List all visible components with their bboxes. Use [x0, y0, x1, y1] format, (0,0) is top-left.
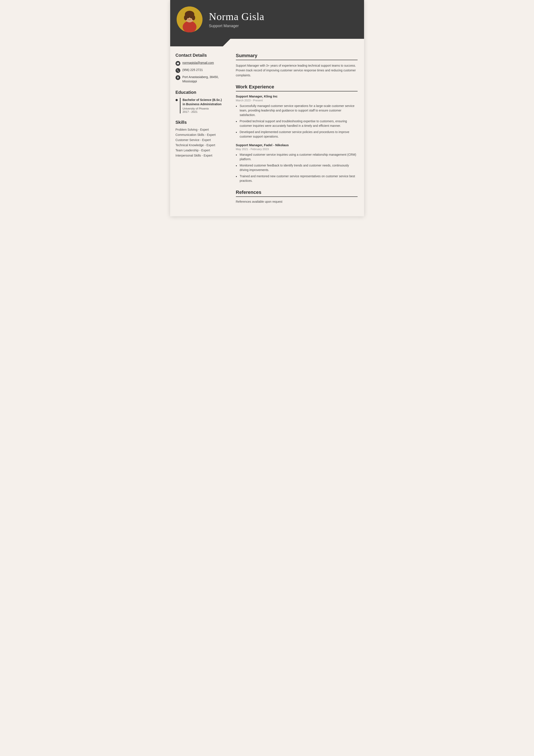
contact-address-item: Port Anastasiaberg, 38450, Mississippi [176, 75, 225, 83]
header-info: Norma Gisla Support Manager [209, 11, 355, 28]
chevron-dark-shape [170, 39, 231, 46]
email-icon [176, 61, 180, 66]
skill-item-2: Communication Skills - Expert [176, 133, 225, 137]
resume-document: Norma Gisla Support Manager Contact Deta… [170, 0, 364, 216]
svg-point-4 [184, 15, 188, 20]
job-bullets-2: Managed customer service inquiries using… [236, 152, 358, 183]
chevron-light-shape [231, 39, 364, 46]
skill-item-3: Customer Service - Expert [176, 138, 225, 142]
education-school: University of Phoenix [183, 107, 225, 110]
education-content: Bachelor of Science (B.Sc.) in Business … [180, 98, 225, 113]
skill-item-4: Technical Knowledge - Expert [176, 143, 225, 147]
avatar [177, 7, 202, 32]
references-section: References References available upon req… [236, 190, 358, 203]
main-content: Summary Support Manager with 3+ years of… [231, 46, 364, 216]
person-name: Norma Gisla [209, 11, 355, 22]
person-title: Support Manager [209, 24, 355, 28]
job-date-1: March 2023 - Present [236, 99, 358, 102]
education-item: Bachelor of Science (B.Sc.) in Business … [176, 98, 225, 113]
main-layout: Contact Details normagisla@gmail.com [170, 46, 364, 216]
skill-item-1: Problem Solving - Expert [176, 128, 225, 131]
sidebar: Contact Details normagisla@gmail.com [170, 46, 231, 216]
svg-point-5 [192, 15, 195, 20]
phone-icon [176, 68, 180, 73]
summary-title: Summary [236, 53, 358, 60]
svg-point-6 [188, 17, 189, 18]
job-bullet-2-2: Monitored customer feedback to identify … [236, 163, 358, 172]
contact-phone-item: (956) 225 2721 [176, 68, 225, 73]
job-bullets-1: Successfully managed customer service op… [236, 104, 358, 139]
contact-section: Contact Details normagisla@gmail.com [176, 53, 225, 83]
education-section: Education Bachelor of Science (B.Sc.) in… [176, 90, 225, 113]
job-date-2: May 2021 - February 2023 [236, 148, 358, 151]
svg-point-7 [191, 17, 191, 18]
work-experience-section: Work Experience Support Manager, Kling I… [236, 84, 358, 183]
education-section-title: Education [176, 90, 225, 95]
job-entry-2: Support Manager, Fadel - Nikolaus May 20… [236, 143, 358, 183]
education-degree: Bachelor of Science (B.Sc.) in Business … [183, 98, 225, 106]
location-icon [176, 75, 180, 80]
references-title: References [236, 190, 358, 197]
skills-section-title: Skills [176, 120, 225, 125]
references-text: References available upon request [236, 200, 358, 203]
work-experience-title: Work Experience [236, 84, 358, 92]
job-bullet-1-3: Developed and implemented customer servi… [236, 130, 358, 139]
chevron-divider [170, 39, 364, 46]
job-bullet-2-3: Trained and mentored new customer servic… [236, 174, 358, 183]
skill-item-5: Team Leadership - Expert [176, 148, 225, 152]
summary-section: Summary Support Manager with 3+ years of… [236, 53, 358, 78]
job-title-1: Support Manager, Kling Inc [236, 94, 358, 98]
job-title-2: Support Manager, Fadel - Nikolaus [236, 143, 358, 147]
job-entry-1: Support Manager, Kling Inc March 2023 - … [236, 94, 358, 139]
skills-section: Skills Problem Solving - Expert Communic… [176, 120, 225, 157]
education-years: 2017 - 2021 [183, 110, 225, 113]
summary-text: Support Manager with 3+ years of experie… [236, 63, 358, 78]
phone-text: (956) 225 2721 [183, 68, 203, 72]
education-bullet [176, 99, 178, 101]
job-bullet-1-2: Provided technical support and troublesh… [236, 119, 358, 128]
skill-item-6: Interpersonal Skills - Expert [176, 154, 225, 157]
job-bullet-2-1: Managed customer service inquiries using… [236, 152, 358, 162]
avatar-wrapper [177, 7, 202, 32]
contact-email-item: normagisla@gmail.com [176, 61, 225, 66]
address-text: Port Anastasiaberg, 38450, Mississippi [183, 75, 219, 83]
contact-section-title: Contact Details [176, 53, 225, 58]
resume-header: Norma Gisla Support Manager [170, 0, 364, 39]
email-text[interactable]: normagisla@gmail.com [183, 61, 214, 65]
job-bullet-1-1: Successfully managed customer service op… [236, 104, 358, 117]
